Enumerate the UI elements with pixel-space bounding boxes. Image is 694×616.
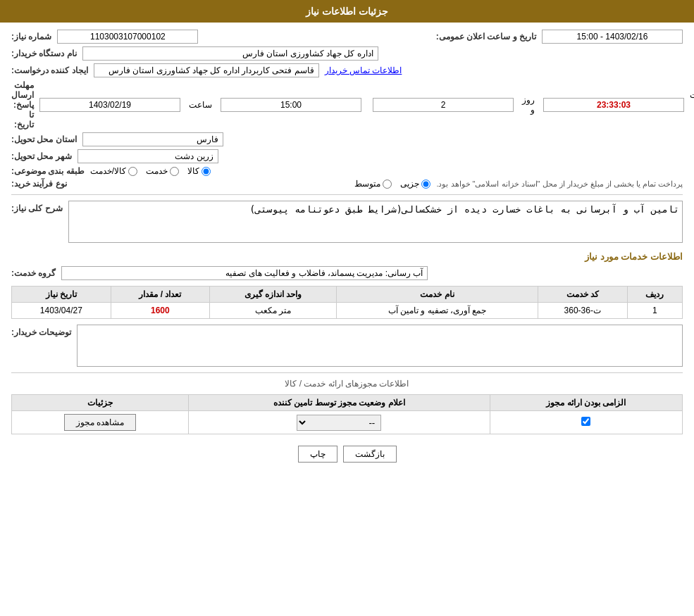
divider2 — [11, 372, 683, 373]
need-number-row: شماره نیاز: 1103003107000102 تاریخ و ساع… — [11, 30, 683, 44]
services-table: ردیف کد خدمت نام خدمت واحد اندازه گیری ت… — [11, 286, 683, 319]
th-required: الزامی بودن ارائه مجوز — [490, 395, 682, 411]
cell-row-num: 1 — [627, 303, 682, 319]
permissions-table: الزامی بودن ارائه مجوز اعلام وضعیت مجوز … — [11, 394, 683, 434]
page-wrapper: جزئیات اطلاعات نیاز شماره نیاز: 11030031… — [0, 0, 694, 616]
time-label: ساعت — [189, 100, 212, 110]
buytype-note: پرداخت تمام یا بخشی از مبلغ خریدار از مح… — [436, 180, 683, 189]
view-permission-button[interactable]: مشاهده مجوز — [64, 414, 136, 431]
subject-class-label: طبقه بندی موضوعی: — [11, 166, 85, 176]
need-description-textarea[interactable]: تامین آب و آبرسانی به باغات خسارت دیده ا… — [68, 201, 683, 243]
cell-supplier-status: -- — [188, 411, 490, 434]
permissions-section-title: اطلاعات مجوزهای ارائه خدمت / کالا — [11, 379, 683, 389]
cell-required — [490, 411, 682, 434]
radio-kala-khedmat-item[interactable]: کالا/خدمت — [90, 166, 137, 176]
need-number-value: 1103003107000102 — [57, 30, 198, 44]
days-label: روز و — [522, 95, 535, 115]
buyer-notes-row: توضیحات خریدار: — [11, 325, 683, 367]
answer-date-row: مهلت ارسال پاسخ: تا تاریخ: 1403/02/19 سا… — [11, 80, 683, 130]
buyer-org-row: نام دستگاه خریدار: اداره کل جهاد کشاورزی… — [11, 46, 683, 61]
radio-kala-khedmat-label: کالا/خدمت — [90, 166, 126, 176]
page-header: جزئیات اطلاعات نیاز — [0, 0, 694, 23]
cell-details: مشاهده مجوز — [12, 411, 189, 434]
action-buttons: بازگشت چاپ — [11, 446, 683, 463]
cell-need-date: 1403/04/27 — [12, 303, 111, 319]
announce-datetime-value: 1403/02/16 - 15:00 — [542, 30, 683, 44]
answer-time-value: 15:00 — [221, 98, 361, 112]
subject-radio-group: کالا/خدمت خدمت کالا — [90, 166, 211, 176]
radio-kala-item[interactable]: کالا — [187, 166, 211, 176]
cell-service-name: جمع آوری، تصفیه و تامین آب — [337, 303, 538, 319]
page-title: جزئیات اطلاعات نیاز — [306, 6, 388, 17]
answer-date-value: 1403/02/19 — [39, 98, 180, 112]
th-quantity: تعداد / مقدار — [111, 287, 210, 303]
radio-khedmat-label: خدمت — [146, 166, 168, 176]
radio-khedmat-item[interactable]: خدمت — [146, 166, 179, 176]
service-group-row: گروه خدمت: آب رسانی: مدیریت پسماند، فاضل… — [11, 266, 683, 280]
remaining-label: ساعت باقی مانده — [690, 90, 694, 120]
required-checkbox[interactable] — [581, 417, 590, 426]
print-button[interactable]: چاپ — [298, 446, 337, 463]
province-label: استان محل تحویل: — [11, 134, 77, 144]
supplier-status-select[interactable]: -- — [297, 415, 381, 431]
th-need-date: تاریخ نیاز — [12, 287, 111, 303]
buytype-motavaset-label: متوسط — [354, 179, 380, 189]
back-button[interactable]: بازگشت — [343, 446, 397, 463]
buytype-motavaset-item[interactable]: متوسط — [354, 179, 392, 189]
radio-kala-khedmat[interactable] — [128, 167, 137, 176]
radio-kala-label: کالا — [187, 166, 199, 176]
answer-days-value: 2 — [373, 98, 514, 112]
cell-service-code: ت-36-360 — [538, 303, 627, 319]
th-supplier-status: اعلام وضعیت مجوز توسط تامین کننده — [188, 395, 490, 411]
radio-kala[interactable] — [202, 167, 211, 176]
cell-quantity: 1600 — [111, 303, 210, 319]
buyer-org-label: نام دستگاه خریدار: — [11, 49, 77, 58]
city-value: زرین دشت — [78, 149, 218, 163]
city-row: شهر محل تحویل: زرین دشت — [11, 149, 683, 163]
province-value: فارس — [82, 132, 223, 146]
service-group-value: آب رسانی: مدیریت پسماند، فاضلاب و فعالیت… — [61, 266, 428, 280]
announce-datetime-label: تاریخ و ساعت اعلان عمومی: — [436, 32, 536, 42]
th-details: جزئیات — [12, 395, 189, 411]
th-row-num: ردیف — [627, 287, 682, 303]
purchase-type-row: نوع فرآیند خرید: متوسط جزیی پرداخت تمام … — [11, 179, 683, 189]
province-row: استان محل تحویل: فارس — [11, 132, 683, 146]
buytype-jozee-label: جزیی — [400, 179, 419, 189]
cell-unit: متر مکعب — [210, 303, 337, 319]
service-group-label: گروه خدمت: — [11, 268, 56, 278]
buyer-notes-textarea[interactable] — [77, 325, 683, 367]
subject-class-row: طبقه بندی موضوعی: کالا/خدمت خدمت کالا — [11, 166, 683, 176]
divider1 — [11, 194, 683, 195]
contact-link[interactable]: اطلاعات تماس خریدار — [325, 65, 402, 75]
radio-motavaset[interactable] — [383, 180, 392, 189]
need-number-label: شماره نیاز: — [11, 32, 51, 42]
main-content: شماره نیاز: 1103003107000102 تاریخ و ساع… — [0, 23, 694, 481]
th-service-name: نام خدمت — [337, 287, 538, 303]
list-item: -- مشاهده مجوز — [12, 411, 683, 434]
answer-date-label: مهلت ارسال پاسخ: تا تاریخ: — [11, 80, 34, 130]
services-section-title: اطلاعات خدمات مورد نیاز — [11, 251, 683, 262]
purchase-type-label: نوع فرآیند خرید: — [11, 179, 67, 189]
requester-value: قاسم فتحی کاربردار اداره کل جهاد کشاورزی… — [94, 63, 319, 77]
need-description-label: شرح کلی نیاز: — [11, 203, 63, 213]
answer-remaining-value: 23:33:03 — [543, 98, 684, 112]
buyer-org-value: اداره کل جهاد کشاورزی استان فارس — [82, 46, 378, 61]
buyer-notes-label: توضیحات خریدار: — [11, 327, 71, 337]
need-description-row: شرح کلی نیاز: تامین آب و آبرسانی به باغا… — [11, 201, 683, 243]
requester-label: ایجاد کننده درخواست: — [11, 65, 88, 75]
th-unit: واحد اندازه گیری — [210, 287, 337, 303]
requester-row: ایجاد کننده درخواست: قاسم فتحی کاربردار … — [11, 63, 683, 77]
table-row: 1 ت-36-360 جمع آوری، تصفیه و تامین آب مت… — [12, 303, 683, 319]
buytype-jozee-item[interactable]: جزیی — [400, 179, 430, 189]
city-label: شهر محل تحویل: — [11, 151, 72, 161]
th-service-code: کد خدمت — [538, 287, 627, 303]
radio-jozee[interactable] — [421, 180, 430, 189]
purchase-type-radio-group: متوسط جزیی — [354, 179, 430, 189]
radio-khedmat[interactable] — [170, 167, 179, 176]
